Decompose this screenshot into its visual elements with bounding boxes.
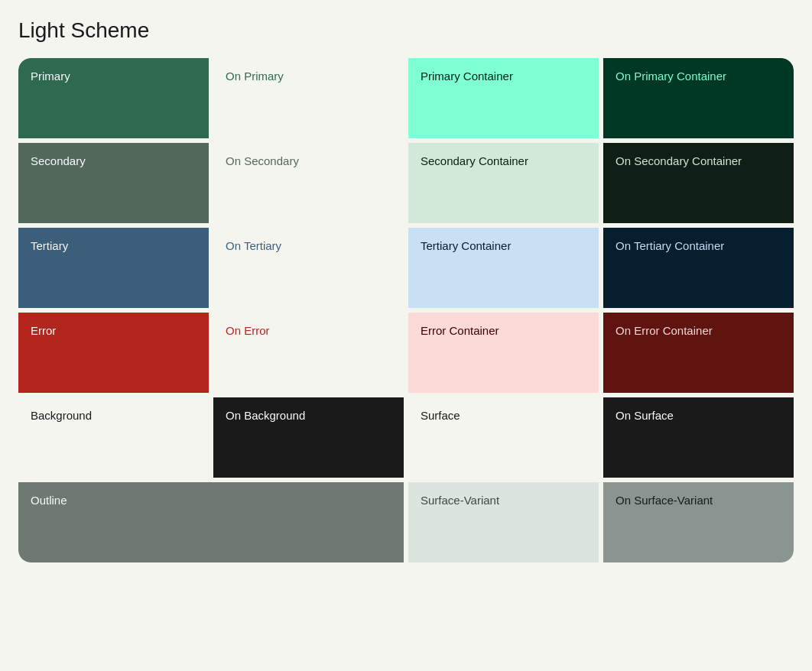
outline-cell: Outline [18, 482, 404, 562]
background-cell: Background [18, 397, 209, 478]
on-error-container-cell: On Error Container [603, 313, 794, 393]
on-tertiary-cell: On Tertiary [213, 228, 404, 308]
error-cell: Error [18, 313, 209, 393]
surface-cell: Surface [408, 397, 599, 478]
error-container-cell: Error Container [408, 313, 599, 393]
on-primary-container-cell: On Primary Container [603, 58, 794, 138]
on-surface-variant-cell: On Surface-Variant [603, 482, 794, 562]
surface-variant-cell: Surface-Variant [408, 482, 599, 562]
on-secondary-container-cell: On Secondary Container [603, 143, 794, 223]
tertiary-cell: Tertiary [18, 228, 209, 308]
primary-cell: Primary [18, 58, 209, 138]
on-primary-cell: On Primary [213, 58, 404, 138]
page-title: Light Scheme [18, 18, 794, 43]
on-tertiary-container-cell: On Tertiary Container [603, 228, 794, 308]
on-background-cell: On Background [213, 397, 404, 478]
tertiary-container-cell: Tertiary Container [408, 228, 599, 308]
color-scheme-grid: Primary On Primary Primary Container On … [18, 58, 794, 562]
on-secondary-cell: On Secondary [213, 143, 404, 223]
primary-container-cell: Primary Container [408, 58, 599, 138]
secondary-cell: Secondary [18, 143, 209, 223]
on-error-cell: On Error [213, 313, 404, 393]
secondary-container-cell: Secondary Container [408, 143, 599, 223]
on-surface-cell: On Surface [603, 397, 794, 478]
